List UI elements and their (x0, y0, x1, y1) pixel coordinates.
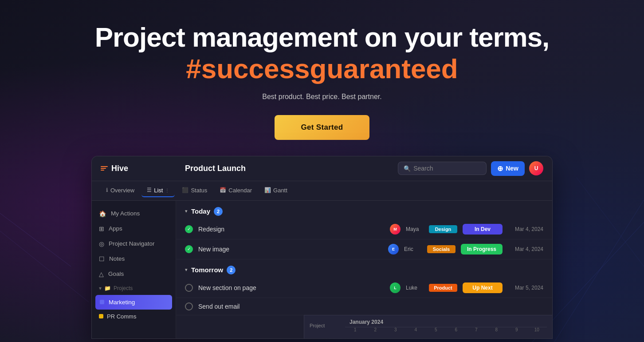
tab-list-label: List (154, 187, 163, 194)
tag-design: Design (429, 225, 457, 233)
status-upnext: Up Next (463, 282, 503, 293)
table-row[interactable]: ✓ New image E Eric Socials In Progress M… (176, 239, 552, 259)
tomorrow-section-header: ▾ Tomorrow 2 (176, 259, 552, 278)
gantt-header: Project January 2024 1 2 3 4 5 (310, 319, 547, 332)
folder-icon: 📁 (104, 285, 111, 291)
sidebar-logo-header: Hive (101, 164, 185, 173)
tab-status[interactable]: ⬛ Status (177, 184, 212, 197)
sidebar-project-pr-comms[interactable]: PR Comms (92, 310, 176, 323)
navigator-icon: ◎ (99, 240, 104, 247)
tag-socials: Socials (427, 245, 456, 253)
notes-label: Notes (109, 255, 125, 262)
search-bar[interactable]: 🔍 Search (398, 162, 487, 175)
status-icon: ⬛ (182, 187, 188, 193)
task-check-redesign[interactable]: ✓ (185, 225, 193, 233)
my-actions-label: My Actions (111, 210, 140, 217)
gantt-month: January 2024 (345, 319, 547, 325)
tab-bar: ℹ Overview ☰ List ⋮ ⬛ Status 📅 Calendar … (92, 181, 552, 201)
goals-icon: △ (99, 270, 104, 278)
status-indev: In Dev (463, 224, 503, 235)
tab-gantt-label: Gantt (273, 187, 287, 194)
new-button-label: New (506, 165, 518, 172)
gantt-day-9: 9 (507, 327, 527, 332)
assignee-name-maya: Maya (406, 226, 424, 232)
avatar-initials: U (534, 165, 538, 171)
task-name-redesign: Redesign (198, 226, 385, 233)
gantt-day-3: 3 (385, 327, 406, 332)
user-avatar[interactable]: U (529, 161, 543, 175)
gantt-day-1: 1 (345, 327, 365, 332)
gantt-day-10: 10 (527, 327, 547, 332)
sidebar-project-marketing[interactable]: Marketing (95, 295, 172, 310)
table-row[interactable]: Send out email (176, 298, 552, 315)
calendar-icon: 📅 (220, 187, 226, 193)
hive-logo-icon (101, 166, 108, 171)
tab-status-label: Status (191, 187, 207, 194)
new-button[interactable]: ⊕ New (491, 161, 525, 176)
list-more-icon: ⋮ (165, 188, 169, 193)
tomorrow-chevron-icon: ▾ (185, 267, 188, 273)
today-title: Today (191, 207, 210, 215)
table-row[interactable]: ✓ Redesign M Maya Design In Dev Mar 4, 2… (176, 219, 552, 239)
check-icon: ✓ (187, 227, 191, 231)
tag-product: Product (429, 284, 457, 292)
hero-title-line1: Project management on your terms, (95, 22, 550, 52)
due-date-newsection: Mar 5, 2024 (508, 285, 543, 291)
assignee-avatar-maya: M (390, 224, 401, 235)
task-check-newsection[interactable] (185, 284, 193, 292)
sidebar-item-notes[interactable]: ☐ Notes (92, 251, 176, 266)
tab-calendar[interactable]: 📅 Calendar (214, 184, 257, 197)
due-date-redesign: Mar 4, 2024 (508, 226, 543, 232)
overview-icon: ℹ (106, 187, 108, 193)
task-name-newsection: New section on page (198, 284, 385, 291)
logo-line-2 (101, 168, 106, 169)
tab-overview[interactable]: ℹ Overview (101, 184, 140, 197)
search-placeholder: Search (413, 165, 433, 172)
assignee-name-eric: Eric (404, 246, 422, 252)
tomorrow-title: Tomorrow (191, 266, 223, 274)
check-icon: ✓ (187, 247, 191, 251)
today-badge: 2 (214, 207, 223, 216)
gantt-preview-panel: Project January 2024 1 2 3 4 5 (304, 315, 552, 338)
sidebar-item-my-actions[interactable]: 🏠 My Actions (92, 206, 176, 221)
gantt-day-8: 8 (487, 327, 507, 332)
logo-line-1 (101, 166, 108, 167)
task-check-newimage[interactable]: ✓ (185, 245, 193, 253)
task-area: ▾ Today 2 ✓ Redesign M Maya Design In De… (176, 201, 552, 338)
app-header: Hive Product Launch 🔍 Search ⊕ New U (92, 156, 552, 181)
list-icon: ☰ (147, 187, 152, 193)
pr-comms-dot (99, 314, 103, 318)
assignee-avatar-eric: E (388, 244, 399, 255)
tab-gantt[interactable]: 📊 Gantt (259, 184, 293, 197)
get-started-button[interactable]: Get Started (275, 115, 370, 140)
logo-line-3 (101, 170, 104, 171)
project-navigator-label: Project Navigator (109, 240, 155, 247)
table-row[interactable]: New section on page L Luke Product Up Ne… (176, 278, 552, 298)
task-name-sendemail: Send out email (198, 303, 543, 310)
logo-text: Hive (111, 164, 128, 173)
project-title: Product Launch (185, 164, 398, 173)
gantt-icon: 📊 (264, 187, 271, 193)
due-date-newimage: Mar 4, 2024 (508, 246, 543, 252)
tab-calendar-label: Calendar (228, 187, 252, 194)
sidebar: 🏠 My Actions ⊞ Apps ◎ Project Navigator … (92, 201, 176, 338)
tab-list[interactable]: ☰ List ⋮ (141, 184, 175, 197)
today-section-header: ▾ Today 2 (176, 201, 552, 219)
search-icon: 🔍 (404, 165, 411, 172)
hero-subtitle: Best product. Best price. Best partner. (262, 93, 381, 101)
task-name-newimage: New image (198, 246, 383, 253)
chevron-down-icon: ▾ (99, 285, 102, 291)
gantt-day-4: 4 (406, 327, 426, 332)
apps-label: Apps (109, 225, 122, 232)
task-check-sendemail[interactable] (185, 302, 193, 310)
projects-section-header[interactable]: ▾ 📁 Projects (92, 282, 176, 295)
tomorrow-badge: 2 (227, 266, 236, 274)
gantt-day-5: 5 (426, 327, 446, 332)
sidebar-item-project-navigator[interactable]: ◎ Project Navigator (92, 236, 176, 251)
hero-title-line2: #successguaranteed (186, 52, 458, 85)
notes-icon: ☐ (99, 255, 105, 262)
sidebar-item-goals[interactable]: △ Goals (92, 266, 176, 282)
sidebar-item-apps[interactable]: ⊞ Apps (92, 221, 176, 236)
status-inprogress: In Progress (461, 244, 503, 255)
marketing-dot (100, 300, 104, 304)
